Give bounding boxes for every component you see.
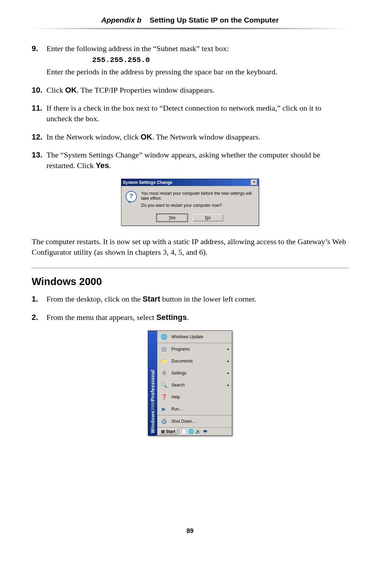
- ok-label: OK: [140, 132, 152, 141]
- step-body: In the Network window, click OK. The Net…: [46, 132, 348, 142]
- yes-button[interactable]: Yes: [157, 214, 187, 221]
- menu-run-icon: ▶: [160, 406, 168, 413]
- menu-windows-update[interactable]: 🌐Windows Update: [157, 331, 232, 343]
- dialog-message: You must restart your computer before th…: [141, 191, 254, 210]
- step-12: 12. In the Network window, click OK. The…: [32, 132, 348, 142]
- menu-search[interactable]: 🔍Search▸: [157, 379, 232, 391]
- dialog-figure: System Settings Change ✕ ? You must rest…: [32, 179, 348, 226]
- step-number: 1.: [32, 294, 46, 304]
- step-number: 10.: [32, 85, 46, 95]
- close-button[interactable]: ✕: [251, 180, 257, 185]
- yes-label: Yes: [96, 161, 109, 170]
- no-button[interactable]: No: [193, 214, 223, 221]
- submenu-arrow-icon: ▸: [227, 383, 229, 387]
- step-13: 13. The “System Settings Change” window …: [32, 150, 348, 171]
- section-divider: [32, 268, 348, 268]
- menu-shutdown-icon: ⏻: [160, 418, 168, 425]
- menu-item-label: Windows Update: [171, 334, 203, 339]
- menu-windows-update-icon: 🌐: [160, 333, 168, 340]
- step-11: 11. If there is a check in the box next …: [32, 103, 348, 124]
- header-prefix: Appendix b: [101, 16, 141, 24]
- step-number: 9.: [32, 43, 46, 77]
- start-menu-items: 🌐Windows Update▤Programs▸📁Documents▸⚙Set…: [157, 331, 232, 435]
- menu-programs[interactable]: ▤Programs▸: [157, 343, 232, 355]
- menu-settings-icon: ⚙: [160, 370, 168, 377]
- tray-icon[interactable]: 💻: [202, 429, 208, 434]
- menu-item-label: Documents: [171, 359, 193, 364]
- menu-run[interactable]: ▶Run…: [157, 403, 232, 415]
- submenu-arrow-icon: ▸: [227, 371, 229, 375]
- ok-label: OK: [65, 86, 77, 94]
- menu-settings[interactable]: ⚙Settings▸: [157, 367, 232, 379]
- start-button[interactable]: ⊞Start: [159, 429, 178, 434]
- step-text: Enter the following address in the “Subn…: [46, 44, 229, 53]
- taskbar: ⊞Start📄🌐🔊💻: [157, 427, 232, 435]
- step-body: From the desktop, click on the Start but…: [46, 294, 348, 304]
- paragraph-after-steps: The computer restarts. It is now set up …: [32, 236, 348, 257]
- step-number: 13.: [32, 150, 46, 171]
- tray-icon[interactable]: 🔊: [195, 429, 201, 434]
- section2-step-1: 1. From the desktop, click on the Start …: [32, 294, 348, 304]
- page-number: 89: [32, 527, 348, 535]
- start-menu: Windows2000Professional 🌐Windows Update▤…: [148, 330, 232, 436]
- menu-item-label: Programs: [171, 347, 190, 352]
- step-body: Click OK. The TCP/IP Properties window d…: [46, 85, 348, 95]
- header-title-text: Setting Up Static IP on the Computer: [150, 16, 279, 24]
- step-number: 2.: [32, 312, 46, 323]
- menu-item-label: Help: [171, 395, 180, 400]
- tray-icon[interactable]: 📄: [181, 429, 187, 434]
- document-page: Appendix b Setting Up Static IP on the C…: [0, 0, 380, 556]
- dialog-title: System Settings Change: [123, 180, 172, 185]
- menu-help-icon: ❓: [160, 394, 168, 401]
- step-body: If there is a check in the box next to “…: [46, 103, 348, 124]
- dialog-titlebar: System Settings Change ✕: [121, 179, 259, 186]
- menu-programs-icon: ▤: [160, 346, 168, 353]
- menu-documents[interactable]: 📁Documents▸: [157, 355, 232, 367]
- menu-item-label: Settings: [171, 371, 186, 376]
- submenu-arrow-icon: ▸: [227, 347, 229, 351]
- subnet-mask-value: 255.255.255.0: [92, 55, 348, 65]
- menu-shutdown[interactable]: ⏻Shut Down…: [157, 415, 232, 427]
- section2-step-2: 2. From the menu that appears, select Se…: [32, 312, 348, 323]
- tray-icon[interactable]: 🌐: [188, 429, 194, 434]
- step-number: 11.: [32, 103, 46, 124]
- tray-icons: 📄🌐🔊💻: [179, 429, 208, 434]
- step-body: From the menu that appears, select Setti…: [46, 312, 348, 323]
- menu-search-icon: 🔍: [160, 382, 168, 389]
- step-9: 9. Enter the following address in the “S…: [32, 43, 348, 77]
- question-icon: ?: [126, 191, 137, 202]
- step-number: 12.: [32, 132, 46, 142]
- menu-item-label: Search: [171, 383, 185, 388]
- step-body: Enter the following address in the “Subn…: [46, 43, 348, 77]
- section-title-windows-2000: Windows 2000: [32, 276, 348, 287]
- menu-documents-icon: 📁: [160, 358, 168, 365]
- header-rule: [32, 28, 348, 29]
- windows-flag-icon: ⊞: [161, 429, 165, 434]
- step-10: 10. Click OK. The TCP/IP Properties wind…: [32, 85, 348, 95]
- submenu-arrow-icon: ▸: [227, 359, 229, 363]
- start-menu-sidebar: Windows2000Professional: [148, 331, 157, 435]
- step-text: Enter the periods in the address by pres…: [46, 67, 277, 76]
- menu-item-label: Run…: [171, 407, 183, 411]
- menu-help[interactable]: ❓Help: [157, 391, 232, 403]
- start-menu-figure: Windows2000Professional 🌐Windows Update▤…: [32, 330, 348, 436]
- menu-item-label: Shut Down…: [171, 419, 196, 424]
- step-body: The “System Settings Change” window appe…: [46, 150, 348, 171]
- system-settings-change-dialog: System Settings Change ✕ ? You must rest…: [121, 179, 259, 226]
- page-header: Appendix b Setting Up Static IP on the C…: [32, 16, 348, 28]
